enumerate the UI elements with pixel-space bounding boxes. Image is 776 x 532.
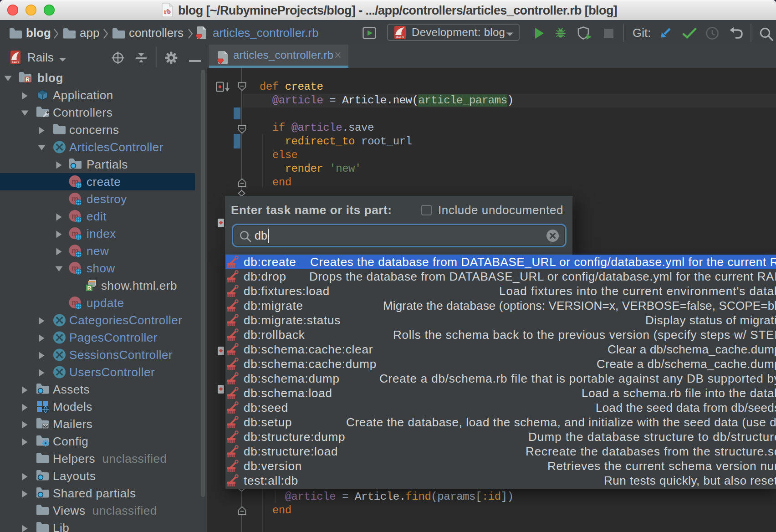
svg-text:rb: rb	[164, 8, 171, 15]
svg-text:RAILS: RAILS	[396, 36, 404, 39]
svg-text:R: R	[87, 285, 92, 292]
svg-text:RAILS: RAILS	[12, 61, 20, 64]
svg-text:R: R	[26, 77, 30, 83]
